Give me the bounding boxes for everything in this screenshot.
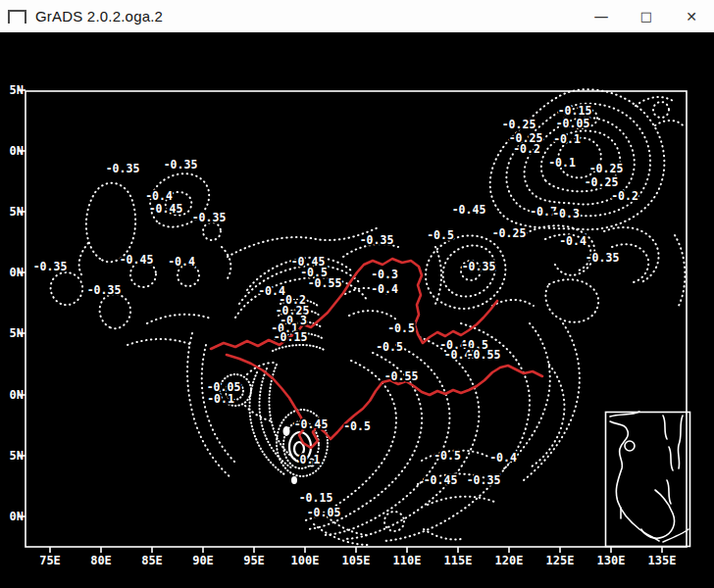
contour-label: -0.35 xyxy=(192,211,227,224)
contour-label: -0.35 xyxy=(360,233,394,247)
contour-label: -0.4 xyxy=(489,451,517,465)
contour-label: -0.3 xyxy=(371,268,398,281)
contour-label: -0.2 xyxy=(513,142,540,156)
x-axis-label: 90E xyxy=(192,554,214,567)
contour-label: -0.45 xyxy=(120,253,154,267)
contour-label: -0.45 xyxy=(424,473,458,487)
contour-label: -0.15 xyxy=(274,330,308,344)
y-axis-label: 5N xyxy=(10,326,24,340)
x-axis-label: 125E xyxy=(546,554,575,567)
contour-label: -0.55 xyxy=(308,276,342,290)
contour-label: -0.3 xyxy=(552,207,580,220)
contour-label: -0.2 xyxy=(611,189,638,203)
contour-label: -0.55 xyxy=(467,348,501,362)
contour-label: -0.25 xyxy=(502,118,536,131)
close-button[interactable]: ✕ xyxy=(669,0,714,32)
contour-label: -0.35 xyxy=(467,473,501,487)
x-axis-label: 95E xyxy=(243,554,265,567)
x-axis-label: 105E xyxy=(342,554,371,567)
x-axis-label: 80E xyxy=(90,554,112,567)
contour-label: -0.4 xyxy=(145,189,173,203)
x-axis-label: 75E xyxy=(39,554,61,567)
axis-labels: 5N0N5N0N5N0N5N0N75E80E85E90E95E100E105E1… xyxy=(10,83,677,567)
x-axis-label: 115E xyxy=(444,554,473,567)
contour-label: -0.35 xyxy=(586,251,620,265)
contour-label: -0.45 xyxy=(294,417,329,431)
contour-label: -0.35 xyxy=(33,260,68,273)
contour-label: -0.5 xyxy=(434,449,461,463)
contour-label: -0.05 xyxy=(556,117,590,130)
contour-label: -0.5 xyxy=(427,228,454,242)
contour-cluster-east xyxy=(492,225,685,322)
contour-label: -0.4 xyxy=(168,255,195,269)
contour-label: -0.4 xyxy=(559,234,586,248)
contour-field xyxy=(51,89,686,545)
contour-label: -0.5 xyxy=(387,321,415,335)
contour-label: -0.15 xyxy=(558,104,592,118)
yellow-river-line xyxy=(211,259,497,349)
inset-map xyxy=(26,91,690,547)
contour-label: -0.4 xyxy=(371,282,398,296)
grads-window: GrADS 2.0.2.oga.2 — □ ✕ xyxy=(0,0,714,588)
contour-label: -0.35 xyxy=(87,283,122,297)
contour-label: -0.1 xyxy=(553,132,581,146)
x-axis-label: 135E xyxy=(648,554,677,567)
minimize-button[interactable]: — xyxy=(579,0,624,32)
x-axis-label: 130E xyxy=(597,554,626,567)
contour-label: -0.5 xyxy=(376,340,403,354)
contour-label: -0.45 xyxy=(149,202,183,216)
contour-label: -0.35 xyxy=(164,158,198,172)
contour-label: -0.1 xyxy=(207,392,234,406)
x-axis-label: 110E xyxy=(393,554,422,567)
y-axis-label: 0N xyxy=(10,266,24,279)
contour-label: -0.5 xyxy=(343,419,371,433)
contour-label: -0.05 xyxy=(307,506,341,519)
contour-label: -0.55 xyxy=(384,369,419,383)
y-axis-label: 0N xyxy=(10,510,24,523)
contour-label: -0.1 xyxy=(548,156,576,170)
contour-label: 0.1 xyxy=(300,453,321,466)
contour-label: -0.15 xyxy=(299,491,333,505)
y-axis-label: 5N xyxy=(10,449,24,463)
y-axis-label: 5N xyxy=(10,205,24,219)
x-axis-label: 100E xyxy=(291,554,320,567)
title-bar: GrADS 2.0.2.oga.2 — □ ✕ xyxy=(0,0,714,32)
contour-label: -0.25 xyxy=(585,175,619,189)
y-axis-label: 0N xyxy=(10,388,24,402)
x-axis-label: 85E xyxy=(141,554,163,567)
contour-label: -0.25 xyxy=(589,162,624,175)
contour-label: -0.35 xyxy=(106,162,140,175)
contour-label: -0.25 xyxy=(492,226,527,240)
maximize-button[interactable]: □ xyxy=(624,0,669,32)
window-controls: — □ ✕ xyxy=(579,0,714,32)
contour-label: -0.45 xyxy=(452,203,486,217)
y-axis-label: 5N xyxy=(10,83,24,97)
x-axis-label: 120E xyxy=(495,554,524,567)
map-canvas: 5N0N5N0N5N0N5N0N75E80E85E90E95E100E105E1… xyxy=(0,32,714,588)
window-title: GrADS 2.0.2.oga.2 xyxy=(35,8,163,24)
app-icon xyxy=(8,10,26,24)
y-axis-label: 0N xyxy=(10,144,24,158)
contour-label: -0.35 xyxy=(462,260,496,273)
